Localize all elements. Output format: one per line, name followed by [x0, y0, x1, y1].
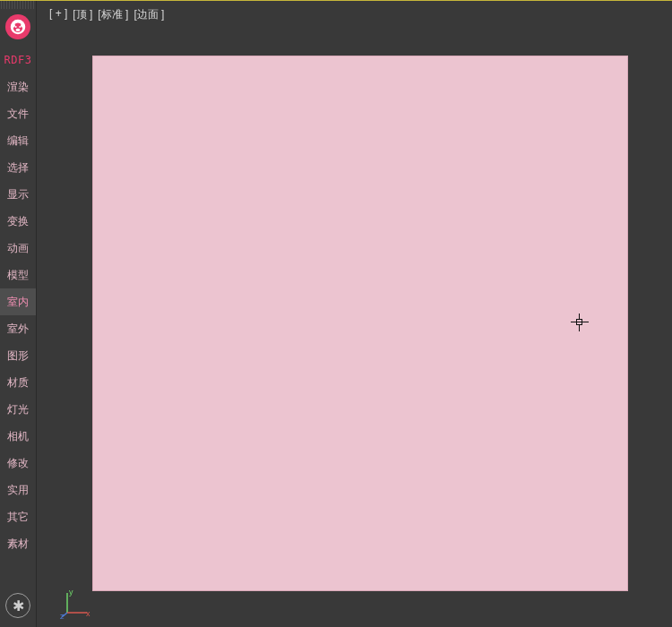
sidebar-item-display[interactable]: 显示: [0, 181, 36, 208]
sidebar: RDF3 渲染 文件 编辑 选择 显示 变换 动画 模型 室内 室外 图形 材质…: [0, 0, 36, 627]
viewport-plane[interactable]: [92, 56, 628, 591]
sidebar-item-modify[interactable]: 修改: [0, 450, 36, 477]
viewport-mode-menu[interactable]: [标准 ]: [98, 7, 128, 22]
sidebar-item-light[interactable]: 灯光: [0, 396, 36, 423]
viewport-plus-menu[interactable]: [ + ]: [49, 7, 67, 22]
axis-x-label: x: [86, 609, 90, 618]
sidebar-item-select[interactable]: 选择: [0, 154, 36, 181]
sidebar-item-edit[interactable]: 编辑: [0, 127, 36, 154]
viewport-shading-menu[interactable]: [边面 ]: [134, 7, 164, 22]
sidebar-item-interior[interactable]: 室内: [0, 288, 36, 315]
sidebar-item-assets[interactable]: 素材: [0, 530, 36, 557]
svg-point-5: [19, 26, 21, 28]
axis-gizmo: y x z: [62, 589, 90, 618]
window-top-hairline: [0, 0, 672, 1]
svg-point-3: [21, 23, 25, 28]
axis-y-label: y: [69, 588, 73, 597]
sidebar-grip[interactable]: [0, 0, 36, 9]
settings-button[interactable]: ✱: [5, 593, 30, 618]
sidebar-menu: RDF3 渲染 文件 编辑 选择 显示 变换 动画 模型 室内 室外 图形 材质…: [0, 47, 36, 557]
svg-line-9: [62, 613, 67, 617]
viewport-view-menu[interactable]: [顶 ]: [73, 7, 92, 22]
sidebar-item-shape[interactable]: 图形: [0, 342, 36, 369]
svg-point-2: [12, 23, 16, 28]
sidebar-item-camera[interactable]: 相机: [0, 423, 36, 450]
sidebar-item-transform[interactable]: 变换: [0, 208, 36, 235]
monkey-icon: [10, 19, 26, 35]
svg-point-6: [16, 29, 21, 31]
sidebar-item-utility[interactable]: 实用: [0, 477, 36, 503]
sidebar-header[interactable]: RDF3: [0, 47, 36, 73]
viewport[interactable]: [ + ] [顶 ] [标准 ] [边面 ] y x z: [36, 0, 672, 627]
sidebar-item-animation[interactable]: 动画: [0, 235, 36, 262]
axis-z-label: z: [60, 612, 65, 621]
asterisk-icon: ✱: [13, 597, 24, 614]
sidebar-item-render[interactable]: 渲染: [0, 73, 36, 100]
sidebar-item-model[interactable]: 模型: [0, 262, 36, 288]
svg-point-4: [15, 26, 17, 28]
sidebar-item-material[interactable]: 材质: [0, 369, 36, 396]
sidebar-item-file[interactable]: 文件: [0, 100, 36, 127]
app-logo-button[interactable]: [5, 14, 30, 39]
sidebar-item-exterior[interactable]: 室外: [0, 315, 36, 342]
viewport-label: [ + ] [顶 ] [标准 ] [边面 ]: [49, 7, 164, 22]
sidebar-item-other[interactable]: 其它: [0, 503, 36, 530]
